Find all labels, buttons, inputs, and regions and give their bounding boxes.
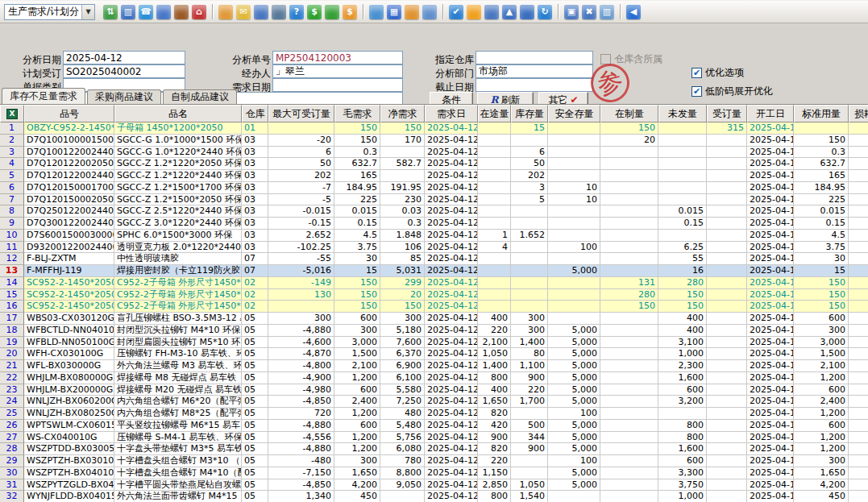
cell[interactable] [849,396,868,408]
row-number-cell[interactable]: 1 [0,122,24,135]
cell[interactable]: WHJLM-BX200000G [24,384,114,396]
cell[interactable]: 6,100 [380,372,425,384]
cell[interactable]: 720 [268,408,334,420]
cell[interactable]: 150 [794,277,849,289]
cell[interactable] [478,277,511,289]
cell[interactable]: 05 [242,360,268,372]
cell[interactable]: 80 [511,348,548,360]
cell[interactable]: 100 [548,408,600,420]
cell[interactable]: 2025-04-12 [425,479,478,492]
cell[interactable]: 299 [380,277,425,289]
cell[interactable]: 03 [242,230,268,242]
cell[interactable]: 150 [794,135,849,147]
cell[interactable]: 盲孔压铆螺柱 BSO-3.5M3-12 易 [114,313,242,325]
table-row[interactable]: 19WFBLD-NN050100G封闭型扁圆头拉铆钉 M5*10 环05-4,6… [0,337,868,349]
cell[interactable]: 2025-04-12 [425,337,478,349]
table-row[interactable]: 16SC952-2-1450*2050-1C952-2子母箱 外形尺寸1450*… [0,301,868,313]
alert-bell-icon[interactable] [467,5,481,19]
cell[interactable] [511,205,548,218]
cell[interactable]: 2025-04-12 [425,443,478,455]
cell[interactable] [707,182,747,194]
cell[interactable] [268,301,334,313]
phone-icon[interactable]: ☎ [139,5,153,19]
cell[interactable] [511,455,548,467]
cell[interactable]: 820 [478,408,511,420]
cell[interactable]: 3.75 [794,242,849,254]
cell[interactable]: 2025-04-12 [425,491,478,502]
exit-icon[interactable]: ◀ [626,5,641,19]
table-row[interactable]: 15SC952-2-1450*2050-1C952-2子母箱 外形尺寸1450*… [0,289,868,301]
cell[interactable]: 2025-04-12 [425,277,478,289]
row-number-cell[interactable]: 6 [0,182,24,194]
table-row[interactable]: 8D7Q2501220024400GSGCC-Z 2.5*1220*2440 环… [0,205,868,218]
users-icon[interactable] [218,5,233,19]
cell[interactable] [707,135,747,147]
table-row[interactable]: 23WHJLM-BX200000G焊接螺母 M20 无碰焊点 易车铁05-4,9… [0,384,868,396]
cell[interactable] [658,147,707,159]
cell[interactable]: 5,000 [548,265,600,277]
column-header[interactable]: 品号 [24,105,114,122]
table-row[interactable]: 4D7Q1201220020500GSGCC-Z 1.2*1220*2050 环… [0,158,868,170]
cell[interactable]: 05 [242,313,268,325]
table-row[interactable]: 21WFL-BX030000G外六角法兰螺母 M3 易车铁、环05-4,8002… [0,360,868,372]
cell[interactable]: 2,400 [794,396,849,408]
cell[interactable]: WYNJFLDD-BX040150G [24,491,114,502]
cell[interactable]: F-MFFHJ-119 [24,265,114,277]
row-number-cell[interactable]: 16 [0,301,24,313]
tab-2[interactable]: 采购商品建议 [87,89,161,104]
row-number-cell[interactable]: 29 [0,455,24,467]
remote-monitor-icon[interactable] [520,5,534,19]
table-row[interactable]: 10D7S6001500030000GSPHC 6.0*1500*3000 环保… [0,230,868,242]
cell[interactable]: 2025-04-12 [747,182,794,194]
cell[interactable]: -4,880 [268,325,334,337]
cell[interactable]: 202 [511,170,548,182]
cell[interactable]: 03 [242,242,268,254]
cell[interactable]: 150 [794,289,849,301]
cell[interactable]: 3,750 [658,479,707,492]
cell[interactable] [707,432,747,444]
cell[interactable]: 150 [334,277,380,289]
cell[interactable]: 外六角法兰螺母 M3 易车铁、环 [114,360,242,372]
cell[interactable] [548,313,600,325]
cell[interactable]: 2025-04-12 [747,408,794,420]
cell[interactable] [600,432,658,444]
cell[interactable]: 内六角组合螺钉 M6*20（配平弹 [114,396,242,408]
warehouse-field[interactable] [476,51,593,64]
mail-icon[interactable]: ✉ [236,5,251,19]
cell[interactable]: 230 [380,194,425,206]
cell[interactable]: 2025-04-12 [425,325,478,337]
cell[interactable]: 2,850 [478,479,511,492]
cell[interactable]: 150 [658,289,707,301]
row-number-cell[interactable]: 15 [0,289,24,301]
cell[interactable] [600,396,658,408]
cell[interactable]: 7,250 [380,396,425,408]
money-icon[interactable]: $ [307,5,322,19]
cell[interactable] [478,158,511,170]
cell[interactable]: 0.03 [380,205,425,218]
cell[interactable]: 4.5 [794,230,849,242]
cell[interactable] [600,420,658,432]
cell[interactable]: 03 [242,194,268,206]
cell[interactable]: 2025-04-12 [425,313,478,325]
cell[interactable]: 900 [511,443,548,455]
cell[interactable] [707,253,747,265]
cell[interactable]: 压铆螺母 S-M4-1 易车铁、环保 [114,432,242,444]
cell[interactable] [707,218,747,230]
cell[interactable]: 1,150 [478,467,511,479]
cell[interactable]: 10 [548,194,600,206]
cell[interactable]: -480 [268,455,334,467]
cell[interactable] [478,182,511,194]
cell[interactable]: 0.3 [380,218,425,230]
cell[interactable]: 2025-04-12 [747,301,794,313]
cell[interactable]: 100 [548,455,600,467]
cell[interactable] [478,194,511,206]
cell[interactable]: 130 [268,289,334,301]
cell[interactable] [600,360,658,372]
cell[interactable] [511,253,548,265]
cell[interactable]: 150 [600,122,658,135]
cell[interactable] [707,479,747,492]
cell[interactable]: 3,300 [658,467,707,479]
cell[interactable]: 220 [478,325,511,337]
cell[interactable]: D7Q3001220024400G [24,218,114,230]
cell[interactable] [658,408,707,420]
